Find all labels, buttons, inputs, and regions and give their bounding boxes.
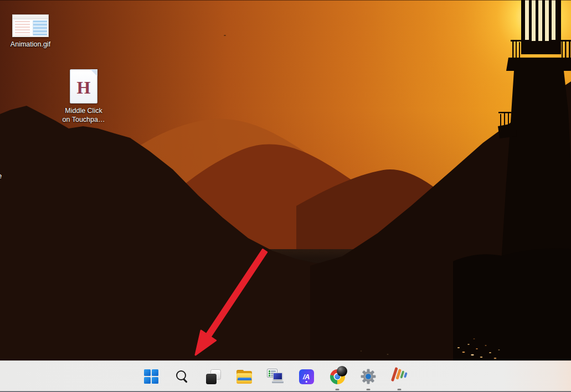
gif-thumb-toolbar: [13, 15, 48, 19]
task-view-icon: [206, 369, 221, 384]
desktop-icon-label: Middle Click on Touchpa…: [63, 106, 105, 125]
gif-thumb-body: [13, 19, 48, 37]
chrome-icon: [330, 369, 345, 384]
label-line-2: on Touchpa…: [63, 116, 105, 123]
ia-glyph: /A: [303, 373, 310, 381]
taskbar: /A: [0, 360, 571, 392]
color-stripes-icon: [389, 367, 409, 386]
folder-icon: [236, 370, 252, 384]
slash-a-app-icon: /A: [299, 369, 314, 384]
settings-button[interactable]: [357, 361, 379, 392]
running-indicator: [398, 389, 402, 390]
desktop-screen: Animation.gif H Middle Click on Touchpa……: [0, 0, 571, 392]
rock-base: [453, 249, 571, 361]
wallpaper-lighthouse-sunset: [0, 0, 571, 361]
black-ball-badge: [337, 366, 347, 376]
html-letter: H: [77, 78, 91, 98]
running-indicator: [367, 389, 371, 390]
chrome-button[interactable]: [326, 361, 348, 392]
html-file-icon: H: [70, 69, 97, 104]
running-indicator: [336, 389, 339, 390]
page-fold-corner: [90, 69, 97, 76]
windows-logo-icon: [144, 369, 158, 384]
desktop-icon-middle-click-html[interactable]: H Middle Click on Touchpa…: [57, 69, 110, 125]
gif-thumbnail: [12, 14, 49, 37]
gif-thumb-blue-table: [33, 20, 47, 35]
group-policy-editor-button[interactable]: [264, 361, 286, 392]
bird-speck: [224, 35, 226, 36]
laptop-checklist-icon: [267, 369, 284, 384]
annotation-arrow: [183, 246, 277, 360]
task-view-button[interactable]: [202, 361, 224, 392]
gallery-balcony: [506, 58, 571, 71]
cropped-desktop-icon-label: e: [0, 172, 2, 180]
ia-app-button[interactable]: /A: [295, 361, 317, 392]
search-icon: [176, 370, 188, 383]
taskbar-icon-row: /A: [140, 361, 410, 392]
file-explorer-button[interactable]: [233, 361, 255, 392]
desktop-icon-animation-gif[interactable]: Animation.gif: [4, 14, 57, 49]
start-button[interactable]: [140, 361, 162, 392]
desktop-icon-label: Animation.gif: [11, 40, 50, 49]
ia-dot: [306, 381, 307, 383]
search-button[interactable]: [171, 361, 193, 392]
label-line-1: Middle Click: [65, 107, 102, 115]
stripes-app-button[interactable]: [388, 361, 410, 392]
gif-thumb-text-area: [13, 19, 33, 37]
gear-icon: [361, 369, 376, 384]
